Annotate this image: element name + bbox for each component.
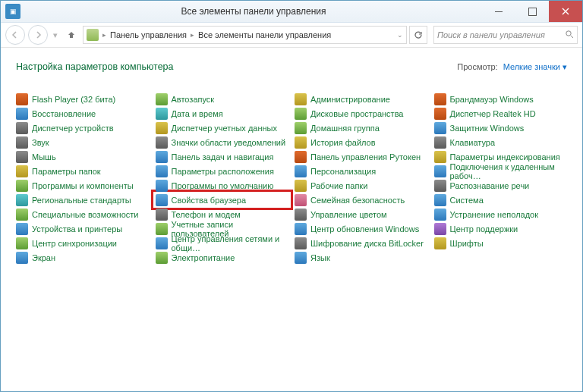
bitlocker-icon (295, 237, 307, 249)
control-panel-item[interactable]: Программы и компоненты (16, 178, 150, 193)
close-button[interactable] (549, 1, 582, 22)
item-label: Свойства браузера (172, 196, 247, 205)
control-panel-item[interactable]: Дисковые пространства (295, 106, 428, 121)
item-label: Автозапуск (172, 95, 215, 104)
column: Flash Player (32 бита)ВосстановлениеДисп… (16, 92, 150, 265)
item-label: Система (450, 196, 484, 205)
language-icon (295, 252, 307, 264)
control-panel-item[interactable]: Диспетчер устройств (16, 121, 150, 135)
maximize-button[interactable] (515, 1, 549, 22)
realtek-icon (434, 108, 446, 120)
control-panel-item[interactable]: Электропитание (156, 250, 289, 265)
control-panel-item[interactable]: Центр управления сетями и общи… (156, 236, 289, 250)
item-label: Диспетчер устройств (32, 124, 114, 133)
control-panel-item[interactable]: Центр поддержки (434, 221, 568, 236)
taskbar-icon (156, 151, 168, 163)
sync-center-icon (16, 237, 28, 249)
control-panel-item[interactable]: Диспетчер Realtek HD (434, 106, 568, 121)
control-panel-item[interactable]: Шрифты (434, 236, 568, 250)
control-panel-item[interactable]: Панель задач и навигация (156, 149, 289, 164)
control-panel-item[interactable]: Брандмауэр Windows (434, 92, 568, 106)
control-panel-item[interactable]: Значки области уведомлений (156, 135, 289, 149)
control-panel-item[interactable]: Звук (16, 135, 150, 149)
control-panel-item[interactable]: История файлов (295, 135, 428, 149)
control-panel-item[interactable]: Flash Player (32 бита) (16, 92, 150, 106)
item-label: Язык (310, 253, 330, 262)
control-panel-item[interactable]: Параметры расположения (156, 164, 289, 178)
item-label: Диспетчер учетных данных (172, 124, 278, 133)
search-input[interactable]: Поиск в панели управления (433, 26, 578, 44)
address-dropdown[interactable]: ⌄ (397, 31, 403, 39)
back-button[interactable] (5, 25, 25, 45)
item-label: Шрифты (450, 239, 484, 248)
refresh-button[interactable] (409, 26, 427, 44)
item-label: Семейная безопасность (310, 196, 405, 205)
chevron-right-icon: ▸ (190, 31, 195, 39)
control-panel-item[interactable]: Автозапуск (156, 92, 289, 106)
column: АдминистрированиеДисковые пространстваДо… (295, 92, 428, 265)
view-by-control[interactable]: Просмотр: Мелкие значки ▾ (457, 62, 567, 72)
control-panel-item[interactable]: Защитник Windows (434, 121, 568, 135)
control-panel-item[interactable]: Администрирование (295, 92, 428, 106)
item-label: Шифрование диска BitLocker (310, 239, 424, 248)
work-folders-icon (295, 180, 307, 192)
breadcrumb-root[interactable]: Панель управления (110, 30, 187, 39)
item-label: Телефон и модем (172, 210, 241, 219)
breadcrumb-current[interactable]: Все элементы панели управления (198, 30, 331, 39)
item-label: Параметры индексирования (450, 152, 560, 162)
control-panel-item[interactable]: Подключения к удаленным рабоч… (434, 164, 568, 178)
region-icon (16, 194, 28, 206)
item-label: Рабочие папки (310, 181, 367, 190)
item-label: Панель задач и навигация (172, 152, 274, 162)
history-dropdown[interactable]: ▾ (51, 30, 60, 40)
item-label: Диспетчер Realtek HD (450, 109, 536, 118)
control-panel-item[interactable]: Мышь (16, 149, 150, 164)
notification-icons-icon (156, 136, 168, 149)
control-panel-item[interactable]: Дата и время (156, 106, 289, 121)
control-panel-item[interactable]: Шифрование диска BitLocker (295, 236, 428, 250)
devices-icon (16, 223, 28, 235)
window-title: Все элементы панели управления (25, 6, 482, 17)
control-panel-item[interactable]: Диспетчер учетных данных (156, 121, 289, 135)
control-panel-item[interactable]: Управление цветом (295, 207, 428, 221)
control-panel-item[interactable]: Распознавание речи (434, 178, 568, 193)
view-by-value[interactable]: Мелкие значки ▾ (503, 62, 567, 71)
item-label: Значки области уведомлений (172, 138, 286, 147)
item-label: Брандмауэр Windows (450, 95, 534, 104)
control-panel-item[interactable]: Специальные возможности (16, 207, 150, 221)
control-panel-item[interactable]: Параметры папок (16, 164, 150, 178)
control-panel-item[interactable]: Устранение неполадок (434, 207, 568, 221)
address-bar[interactable]: ▸ Панель управления ▸ Все элементы панел… (83, 26, 407, 44)
control-panel-item[interactable]: Семейная безопасность (295, 193, 428, 207)
control-panel-item[interactable]: Центр синхронизации (16, 236, 150, 250)
control-panel-item[interactable]: Система (434, 193, 568, 207)
control-panel-item[interactable]: Клавиатура (434, 135, 568, 149)
troubleshoot-icon (434, 209, 446, 221)
up-button[interactable] (63, 27, 80, 43)
power-icon (156, 252, 168, 264)
color-mgmt-icon (295, 209, 307, 221)
forward-button[interactable] (28, 25, 48, 45)
ease-access-icon (16, 209, 28, 221)
phone-modem-icon (156, 209, 168, 221)
svg-point-0 (566, 31, 571, 36)
control-panel-item[interactable]: Восстановление (16, 106, 150, 121)
folder-options-icon (16, 165, 28, 177)
control-panel-item[interactable]: Панель управления Рутокен (295, 149, 428, 164)
control-panel-item[interactable]: Экран (16, 250, 150, 265)
column: АвтозапускДата и времяДиспетчер учетных … (156, 92, 289, 265)
flash-icon (16, 93, 28, 105)
control-panel-item[interactable]: Персонализация (295, 164, 428, 178)
control-panel-item[interactable]: Рабочие папки (295, 178, 428, 193)
item-label: Подключения к удаленным рабоч… (450, 162, 568, 180)
control-panel-item[interactable]: Свойства браузера (156, 193, 289, 207)
control-panel-item[interactable]: Региональные стандарты (16, 193, 150, 207)
control-panel-item[interactable]: Домашняя группа (295, 121, 428, 135)
speech-icon (434, 180, 446, 192)
minimize-button[interactable] (482, 1, 515, 22)
control-panel-item[interactable]: Устройства и принтеры (16, 221, 150, 236)
control-panel-item[interactable]: Центр обновления Windows (295, 221, 428, 236)
view-by-label: Просмотр: (457, 62, 497, 71)
control-panel-item[interactable]: Язык (295, 250, 428, 265)
item-label: Дисковые пространства (310, 109, 404, 118)
